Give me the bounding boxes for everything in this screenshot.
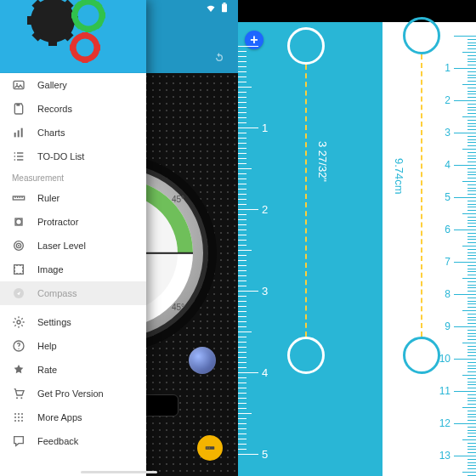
drawer-item-label: Get Pro Version bbox=[37, 388, 104, 399]
cm-label-4: 4 bbox=[445, 159, 450, 171]
inch-label-4: 4 bbox=[262, 366, 268, 379]
svg-line-22 bbox=[97, 3, 100, 7]
drawer-item-gallery[interactable]: Gallery bbox=[0, 73, 146, 97]
drawer-item-compass[interactable]: Compass bbox=[0, 281, 146, 305]
drawer-item-label: Protractor bbox=[37, 217, 78, 227]
svg-rect-5 bbox=[209, 447, 210, 448]
inch-label-3: 3 bbox=[262, 285, 268, 298]
inch-guide-line bbox=[305, 65, 307, 337]
svg-line-11 bbox=[65, 33, 71, 38]
drawer-item-label: Rate bbox=[37, 365, 57, 375]
svg-point-57 bbox=[21, 416, 23, 418]
svg-line-23 bbox=[76, 3, 80, 7]
cm-label-13: 13 bbox=[439, 450, 450, 462]
inch-label-2: 2 bbox=[262, 203, 268, 216]
cm-label-5: 5 bbox=[445, 191, 450, 203]
cm-label-10: 10 bbox=[439, 353, 450, 365]
svg-line-14 bbox=[35, 3, 40, 8]
svg-point-40 bbox=[16, 219, 22, 225]
battery-icon bbox=[221, 3, 228, 14]
cm-measurement: 9.74cm bbox=[393, 158, 405, 195]
svg-rect-45 bbox=[14, 265, 24, 275]
drawer-item-label: Charts bbox=[37, 128, 65, 138]
svg-rect-3 bbox=[207, 447, 207, 448]
svg-point-47 bbox=[17, 320, 20, 324]
svg-point-59 bbox=[18, 420, 20, 422]
cm-label-6: 6 bbox=[445, 224, 450, 235]
svg-line-30 bbox=[75, 55, 77, 58]
inch-handle-top[interactable] bbox=[287, 27, 325, 65]
drawer-item-label: TO-DO List bbox=[37, 151, 84, 162]
nav-drawer: GalleryRecordsChartsTO-DO ListMeasuremen… bbox=[0, 0, 146, 476]
svg-line-31 bbox=[93, 37, 95, 40]
drawer-item-laser-level[interactable]: Laser Level bbox=[0, 234, 146, 258]
drawer-item-label: Settings bbox=[37, 317, 71, 327]
angle-label-45a: 45° bbox=[172, 195, 184, 204]
drawer-item-charts[interactable]: Charts bbox=[0, 121, 146, 144]
wifi-icon bbox=[206, 3, 216, 14]
drawer-item-label: Compass bbox=[37, 288, 76, 298]
cm-label-7: 7 bbox=[445, 256, 450, 268]
image-icon bbox=[12, 263, 26, 276]
inch-label-5: 5 bbox=[262, 448, 268, 461]
inch-handle-bottom[interactable] bbox=[287, 337, 325, 374]
svg-point-44 bbox=[18, 245, 20, 246]
gallery-icon bbox=[12, 78, 26, 92]
drawer-item-protractor[interactable]: Protractor bbox=[0, 210, 146, 234]
svg-point-58 bbox=[14, 420, 16, 422]
cm-handle-bottom[interactable] bbox=[403, 337, 440, 374]
drawer-item-feedback[interactable]: Feedback bbox=[0, 429, 146, 453]
drawer-item-label: Ruler bbox=[37, 193, 60, 203]
svg-point-50 bbox=[16, 397, 18, 399]
help-icon bbox=[12, 339, 26, 353]
svg-line-12 bbox=[35, 33, 40, 38]
svg-rect-38 bbox=[21, 128, 23, 138]
svg-line-32 bbox=[75, 37, 77, 40]
cm-label-2: 2 bbox=[445, 94, 450, 106]
inch-measurement: 3 27/32" bbox=[316, 141, 329, 182]
drawer-item-label: Feedback bbox=[37, 436, 78, 446]
svg-point-53 bbox=[18, 413, 20, 415]
charts-icon bbox=[12, 126, 26, 139]
svg-point-60 bbox=[21, 420, 23, 422]
drawer-item-help[interactable]: Help bbox=[0, 334, 146, 358]
svg-rect-4 bbox=[208, 447, 209, 448]
drawer-item-records[interactable]: Records bbox=[0, 97, 146, 121]
drawer-item-more-apps[interactable]: More Apps bbox=[0, 405, 146, 429]
cm-label-8: 8 bbox=[445, 288, 450, 300]
fab-button[interactable] bbox=[197, 435, 223, 461]
svg-point-56 bbox=[18, 416, 20, 418]
svg-point-49 bbox=[18, 348, 19, 349]
refresh-icon[interactable] bbox=[212, 51, 226, 68]
drawer-header bbox=[0, 0, 146, 73]
compass-icon bbox=[12, 286, 26, 300]
globe-button[interactable] bbox=[189, 347, 216, 374]
settings-icon bbox=[12, 315, 26, 329]
ruler-inches-pane[interactable]: + 3 27/32" 12345 bbox=[238, 22, 382, 476]
angle-label-45b: 45° bbox=[172, 303, 184, 312]
drawer-item-settings[interactable]: Settings bbox=[0, 310, 146, 334]
svg-rect-0 bbox=[222, 4, 227, 13]
ruler-cm-pane[interactable]: 9.74cm 12345678910111213 bbox=[382, 22, 476, 476]
ruler-icon bbox=[12, 191, 26, 205]
nav-pill bbox=[81, 471, 157, 473]
moreapps-icon bbox=[12, 411, 26, 424]
svg-line-29 bbox=[93, 55, 95, 58]
svg-rect-36 bbox=[14, 133, 16, 137]
drawer-item-ruler[interactable]: Ruler bbox=[0, 186, 146, 210]
svg-point-51 bbox=[20, 397, 22, 399]
laser-icon bbox=[12, 239, 26, 252]
cm-handle-top[interactable] bbox=[403, 17, 440, 54]
cm-label-9: 9 bbox=[445, 320, 450, 332]
cm-guide-line bbox=[421, 54, 422, 337]
drawer-item-get-pro-version[interactable]: Get Pro Version bbox=[0, 382, 146, 405]
svg-point-34 bbox=[16, 83, 18, 85]
drawer-item-rate[interactable]: Rate bbox=[0, 358, 146, 382]
feedback-icon bbox=[12, 434, 26, 448]
svg-rect-37 bbox=[18, 130, 20, 137]
drawer-item-to-do-list[interactable]: TO-DO List bbox=[0, 144, 146, 168]
records-icon bbox=[12, 102, 26, 116]
cm-label-11: 11 bbox=[439, 385, 450, 397]
drawer-item-image[interactable]: Image bbox=[0, 258, 146, 281]
drawer-item-label: Help bbox=[37, 341, 57, 351]
